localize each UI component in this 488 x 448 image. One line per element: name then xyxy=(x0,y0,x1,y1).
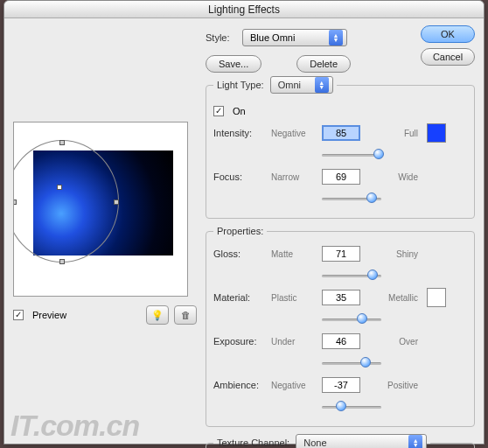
exposure-label: Exposure: xyxy=(213,336,266,346)
on-label: On xyxy=(233,106,246,116)
material-label: Material: xyxy=(213,292,266,303)
light-type-group: Light Type: Omni ▲▼ ✓ On Intensity: Nega… xyxy=(206,76,475,219)
style-value: Blue Omni xyxy=(250,32,295,43)
focus-label: Focus: xyxy=(213,172,266,182)
on-checkbox[interactable]: ✓ xyxy=(213,106,224,116)
ambience-slider[interactable] xyxy=(322,400,381,414)
chevron-updown-icon: ▲▼ xyxy=(315,77,329,93)
exposure-input[interactable] xyxy=(322,333,360,349)
preview-canvas[interactable] xyxy=(13,122,188,297)
intensity-slider[interactable] xyxy=(322,148,381,162)
ambience-input[interactable] xyxy=(322,377,360,393)
light-type-select[interactable]: Omni ▲▼ xyxy=(270,76,333,94)
lighting-effects-dialog: Lighting Effects ✓ Preview 💡 🗑 xyxy=(3,0,485,444)
ellipse-handle[interactable] xyxy=(59,140,65,145)
properties-legend: Properties: xyxy=(213,226,267,236)
light-type-value: Omni xyxy=(278,80,301,90)
gloss-input[interactable] xyxy=(322,246,360,262)
light-color-swatch[interactable] xyxy=(427,123,446,143)
texture-value: None xyxy=(303,438,326,448)
texture-group: Texture Channel: None ▲▼ ✓ White is high… xyxy=(206,434,475,448)
chevron-updown-icon: ▲▼ xyxy=(329,30,343,46)
ambient-color-swatch[interactable] xyxy=(427,288,446,307)
intensity-input[interactable] xyxy=(322,125,360,141)
dialog-title: Lighting Effects xyxy=(4,1,484,18)
delete-button[interactable]: Delete xyxy=(296,55,351,73)
style-select[interactable]: Blue Omni ▲▼ xyxy=(242,29,347,46)
material-slider[interactable] xyxy=(322,312,381,326)
light-center-handle[interactable] xyxy=(57,185,62,190)
ambience-label: Ambience: xyxy=(213,380,266,390)
chevron-updown-icon: ▲▼ xyxy=(408,435,422,448)
focus-slider[interactable] xyxy=(322,192,381,206)
light-type-legend: Light Type: xyxy=(217,80,264,90)
properties-group: Properties: Gloss: Matte Shiny Material:… xyxy=(206,226,475,427)
gloss-slider[interactable] xyxy=(322,269,381,283)
intensity-label: Intensity: xyxy=(213,128,266,138)
ok-button[interactable]: OK xyxy=(421,25,475,43)
gloss-label: Gloss: xyxy=(213,248,266,259)
focus-input[interactable] xyxy=(322,169,360,185)
trash-icon[interactable]: 🗑 xyxy=(174,305,197,325)
style-label: Style: xyxy=(206,32,237,43)
cancel-button[interactable]: Cancel xyxy=(421,48,475,66)
save-button[interactable]: Save... xyxy=(206,55,261,73)
exposure-slider[interactable] xyxy=(322,356,381,370)
texture-legend: Texture Channel: xyxy=(217,438,289,448)
preview-label: Preview xyxy=(32,310,66,320)
lightbulb-icon[interactable]: 💡 xyxy=(146,305,169,325)
material-input[interactable] xyxy=(322,290,360,305)
ellipse-handle[interactable] xyxy=(59,259,65,264)
ellipse-handle[interactable] xyxy=(114,200,119,205)
texture-channel-select[interactable]: None ▲▼ xyxy=(296,434,427,448)
preview-checkbox[interactable]: ✓ xyxy=(13,310,24,320)
watermark: IT.com.cn xyxy=(10,409,139,443)
ellipse-handle[interactable] xyxy=(13,200,17,205)
